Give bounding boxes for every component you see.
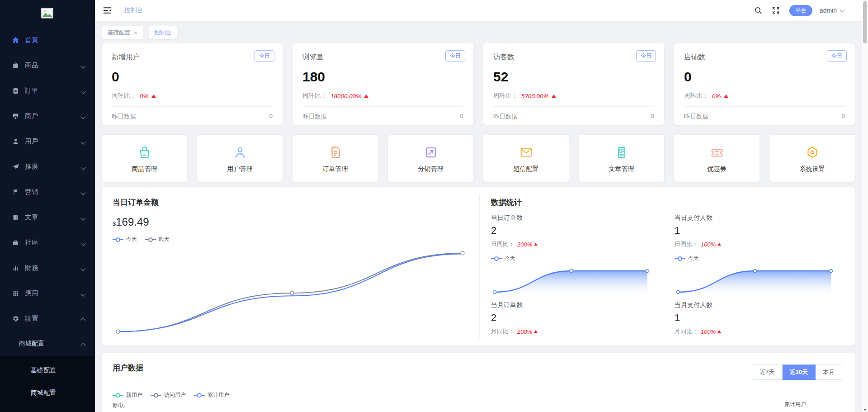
- search-icon: [755, 7, 762, 14]
- order-doc-icon: [328, 143, 343, 161]
- footer-value: 0: [269, 113, 273, 121]
- quick-action-sms[interactable]: 短信配置: [483, 135, 569, 182]
- sidebar-item-label: 基礎配置: [31, 366, 56, 374]
- user-data-panel: 用户数据 近7天 近30天 本月 新用户 访问用户 累计用户 新/访 累计用户: [102, 353, 855, 412]
- sidebar-item-orders[interactable]: 訂單: [0, 78, 95, 103]
- stat-compare: 周环比： 0%: [112, 92, 273, 100]
- sidebar-item-label: 营销: [25, 188, 38, 196]
- stat-card-stores: 店铺数 今日 0 周环比： 0% 昨日数据 0: [674, 43, 855, 125]
- quick-action-system-settings[interactable]: 系统设置: [769, 135, 855, 182]
- quick-action-coupons[interactable]: 优惠券: [674, 135, 760, 182]
- stat-card-visitors: 访客数 今日 52 周环比： 5200.00% 昨日数据 0: [483, 43, 664, 125]
- tab-label: 控制台: [155, 29, 172, 37]
- sidebar-item-home[interactable]: 首頁: [0, 27, 95, 52]
- divider: [493, 106, 654, 107]
- scrollbar-thumb[interactable]: [863, 2, 867, 43]
- user-menu[interactable]: admin: [820, 7, 844, 14]
- legend-total-users[interactable]: 累计用户: [194, 391, 229, 399]
- article-book-icon: [12, 213, 19, 221]
- stat-title: 新增用户: [112, 52, 273, 62]
- stat-footer: 昨日数据 0: [302, 113, 463, 121]
- right-axis-label: 累计用户: [784, 401, 806, 408]
- metric-label: 当月支付人数: [675, 301, 843, 309]
- breadcrumb[interactable]: 控制台: [124, 6, 143, 14]
- scroll-down-icon[interactable]: ▼: [862, 408, 868, 412]
- sidebar-item-articles[interactable]: 文章: [0, 204, 95, 230]
- sidebar-item-mall-config-child[interactable]: 商城配置: [0, 382, 95, 404]
- mini-chart-legend: 今天: [491, 255, 659, 262]
- collapse-menu-button[interactable]: [103, 7, 112, 14]
- sidebar-item-label: 財務: [25, 264, 38, 272]
- quick-action-goods[interactable]: 商品管理: [102, 135, 187, 182]
- quick-action-orders[interactable]: 订单管理: [292, 135, 378, 182]
- compare-value: 200%: [517, 241, 532, 248]
- legend-label: 新用户: [126, 391, 142, 399]
- user-icon: [232, 143, 248, 161]
- range-button-group: 近7天 近30天 本月: [752, 365, 842, 380]
- footer-value: 0: [460, 113, 463, 121]
- stats-month-orders: 当月订单数 2 月同比： 200%: [491, 301, 659, 336]
- sidebar-item-users[interactable]: 用戶: [0, 128, 95, 154]
- stat-cards-row: 新增用户 今日 0 周环比： 0% 昨日数据 0 浏览量 今日 180 周环比：…: [102, 43, 855, 125]
- sidebar-item-finance[interactable]: 財務: [0, 255, 95, 280]
- order-clipboard-icon: [12, 87, 19, 95]
- fullscreen-icon: [772, 7, 779, 14]
- finance-chart-icon: [12, 264, 19, 272]
- quick-action-articles[interactable]: 文章管理: [579, 135, 664, 182]
- tab-console[interactable]: 控制台: [149, 26, 178, 39]
- trend-up-icon: [717, 243, 721, 246]
- sidebar-item-community[interactable]: 社區: [0, 230, 95, 255]
- quick-action-label: 系统设置: [800, 165, 825, 173]
- range-button-30d[interactable]: 近30天: [783, 365, 816, 380]
- sidebar-item-label: 商城配置: [31, 389, 56, 397]
- legend-new-users[interactable]: 新用户: [113, 391, 142, 399]
- merchant-monitor-icon: [12, 112, 19, 120]
- chevron-down-icon: [840, 7, 844, 12]
- divider: [684, 106, 845, 107]
- compare-value: 200%: [517, 328, 532, 335]
- close-icon[interactable]: ×: [134, 30, 137, 36]
- platform-badge[interactable]: 平台: [789, 5, 812, 16]
- sidebar-item-marketing[interactable]: 营销: [0, 179, 95, 204]
- trend-up-icon: [717, 330, 721, 333]
- search-button[interactable]: [755, 7, 762, 14]
- sidebar-item-merchant[interactable]: 商戶: [0, 103, 95, 128]
- collapse-menu-icon: [103, 7, 112, 14]
- sidebar-submenu: 基礎配置 商城配置: [0, 356, 95, 412]
- sidebar-item-goods[interactable]: 商品: [0, 52, 95, 78]
- quick-action-label: 用户管理: [227, 165, 253, 173]
- logo-image-icon: [41, 8, 54, 19]
- sidebar-item-promotion[interactable]: 推廣: [0, 154, 95, 179]
- sidebar-item-settings[interactable]: 設置: [0, 306, 95, 331]
- tab-basic-config[interactable]: 基礎配置 ×: [102, 26, 143, 39]
- range-button-month[interactable]: 本月: [816, 365, 842, 380]
- logo[interactable]: [0, 0, 95, 27]
- quick-action-distribution[interactable]: 分销管理: [388, 135, 473, 182]
- fullscreen-button[interactable]: [772, 7, 779, 14]
- community-briefcase-icon: [12, 239, 19, 246]
- sidebar-item-label: 文章: [25, 213, 38, 222]
- stat-title: 访客数: [493, 52, 654, 62]
- metric-value: 1: [675, 312, 843, 324]
- scrollbar[interactable]: ▲ ▼: [862, 0, 868, 412]
- today-badge: 今日: [445, 50, 465, 62]
- legend-today[interactable]: 今天: [491, 255, 515, 262]
- sidebar-item-basic-config[interactable]: 基礎配置: [0, 359, 95, 382]
- compare-value: 0%: [140, 93, 149, 99]
- compare-label: 月同比：: [675, 327, 698, 336]
- legend-today[interactable]: 今天: [675, 255, 699, 262]
- amount-value: 169.49: [116, 216, 149, 228]
- quick-actions-row: 商品管理 用户管理 订单管理 分销管理 短信配置 文章管理: [102, 135, 855, 182]
- quick-action-users[interactable]: 用户管理: [197, 135, 283, 182]
- username: admin: [820, 7, 837, 14]
- compare-label: 周环比：: [112, 92, 136, 100]
- sidebar-item-label: 商品: [25, 61, 38, 70]
- sidebar-item-mall-config[interactable]: 商城配置: [0, 331, 95, 356]
- sidebar-item-apps[interactable]: 應用: [0, 280, 95, 306]
- stat-value: 0: [684, 69, 845, 85]
- legend-marker-icon: [194, 395, 205, 396]
- legend-visiting-users[interactable]: 访问用户: [151, 391, 186, 399]
- range-button-7d[interactable]: 近7天: [752, 365, 782, 380]
- legend-label: 今天: [688, 255, 699, 262]
- footer-label: 昨日数据: [493, 113, 518, 121]
